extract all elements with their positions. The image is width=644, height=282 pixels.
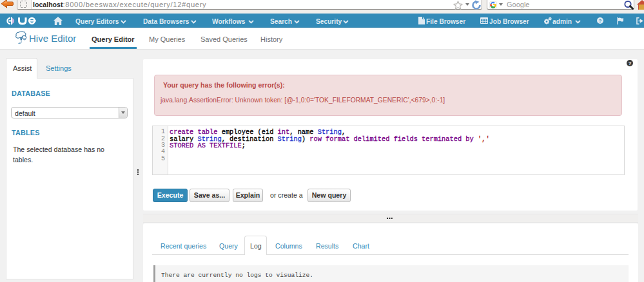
svg-text:?: ? — [599, 18, 602, 24]
svg-text:?: ? — [629, 61, 632, 66]
